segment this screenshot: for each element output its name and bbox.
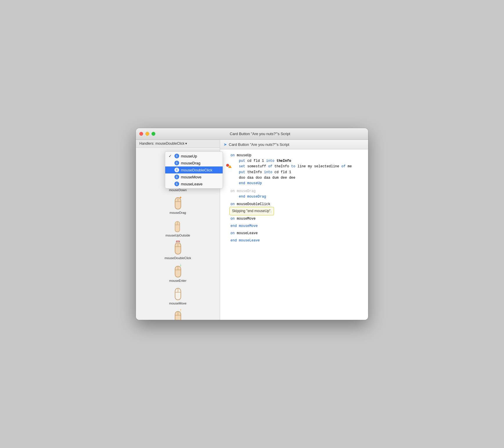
code-text-ondouble: on mouseDoubleClick (231, 202, 363, 207)
kw-put: put (239, 159, 245, 163)
code-content[interactable]: on mouseUp put cd fld 1 into theInfo (220, 149, 368, 320)
code-text-onmove: on mouseMove (231, 216, 363, 222)
svg-text:✦: ✦ (179, 196, 182, 200)
skip-tooltip: Skipping "end mouseUp". (229, 207, 274, 215)
mousedrag-icon: ✦ (170, 195, 186, 211)
code-theinfo-ref: theInfo (274, 164, 291, 169)
svg-text:↑: ↑ (180, 308, 182, 312)
c-badge-mousemove: C (174, 175, 179, 179)
check-mark-mouseup: ✓ (169, 154, 173, 158)
sidebar-item-mousemove[interactable]: mouseMove (136, 284, 220, 306)
dropdown-item-mousemove[interactable]: C mouseMove (165, 173, 223, 180)
code-text-3: set somestuff of theInfo to line my sele… (231, 164, 363, 169)
window-title: Card Button "Are you nuts?"'s Script (155, 132, 365, 136)
code-text-mousedrag: on mouseDrag (231, 189, 363, 194)
code-text-6: end mouseUp (231, 181, 363, 186)
sidebar-item-mousedrag[interactable]: ✦ mouseDrag (136, 193, 220, 216)
dropdown-label-mousemove: mouseMove (181, 175, 201, 179)
code-line-2: put cd fld 1 into theInfo (225, 158, 363, 164)
sidebar-item-mouseenter[interactable]: ↓ mouseEnter (136, 261, 220, 284)
code-line-ref: line my selectedline (297, 164, 341, 169)
code-line-spacer1 (225, 186, 363, 189)
sidebar-item-mouseleave[interactable]: ↑ mouseLeave (136, 306, 220, 320)
dropdown-item-mousedoubleclick[interactable]: C mouseDoubleClick (165, 166, 223, 173)
c-badge-doubleclick: C (174, 168, 179, 172)
mouseupoutside-label: mouseUpOutside (165, 234, 190, 237)
code-doo: doo daa doo daa dum dee dee (239, 176, 295, 180)
code-text-end-mousedrag: end mouseDrag (231, 194, 363, 200)
code-line-1: on mouseUp (225, 153, 363, 158)
kw-of2: of (341, 164, 345, 169)
kw-on-leave: on (231, 231, 235, 235)
sidebar-item-mouseupoutside[interactable]: mouseUpOutside (136, 216, 220, 238)
mouseupoutside-icon-wrapper (170, 218, 186, 233)
code-line-5: doo daa doo daa dum dee dee (225, 175, 363, 181)
chevron-down-icon: ▾ (185, 141, 187, 146)
dropdown-menu[interactable]: ✓ C mouseUp C mouseDrag C mouseDoubleCli… (165, 151, 223, 189)
code-line-6: end mouseUp (225, 181, 363, 186)
handler-name-leave: mouseLeave (237, 231, 258, 235)
code-line-3: set somestuff of theInfo to line my sele… (225, 164, 363, 169)
keyword-on: on (231, 153, 235, 157)
code-var-theinfo: theInfo (276, 159, 291, 163)
traffic-lights (139, 132, 155, 136)
mouseleave-icon-wrapper: ↑ (170, 309, 186, 320)
code-theinfo2: theInfo (247, 170, 264, 174)
mouseenter-icon: ↓ (170, 263, 186, 279)
code-text-onleave: on mouseLeave (231, 231, 363, 236)
dropdown-item-mouseleave[interactable]: C mouseLeave (165, 180, 223, 187)
maximize-button[interactable] (152, 132, 155, 136)
kw-end-mouseup: end mouseUp (239, 181, 262, 185)
mouseenter-label: mouseEnter (169, 279, 186, 282)
handler-name-double: mouseDoubleClick (237, 202, 270, 206)
code-header-arrow: ➤ (224, 142, 227, 147)
mousemove-label: mouseMove (169, 302, 187, 305)
close-button[interactable] (139, 132, 143, 136)
main-window: Card Button "Are you nuts?"'s Script Han… (136, 128, 368, 320)
code-line-end-mousedrag: end mouseDrag (225, 194, 363, 200)
svg-text:↓: ↓ (180, 263, 182, 267)
kw-of: of (268, 164, 272, 169)
dropdown-label-mouseup: mouseUp (181, 154, 197, 158)
warning-triangle-icon (228, 165, 232, 168)
code-text-2: put cd fld 1 into theInfo (231, 158, 363, 164)
dropdown-label-doubleclick: mouseDoubleClick (181, 168, 212, 172)
mousedrag-icon-wrapper: ✦ (170, 195, 186, 210)
code-text-5: doo daa doo daa dum dee dee (231, 175, 363, 181)
title-bar: Card Button "Are you nuts?"'s Script (136, 128, 368, 140)
code-line-endmove: end mouseMove (225, 223, 363, 229)
kw-end-leave: end mouseLeave (231, 239, 260, 243)
code-text-4: put theInfo into cd fld 1 (231, 170, 363, 175)
handlers-label: Handlers: (139, 141, 154, 146)
sidebar-item-mousedoubleclick[interactable]: mouseDoubleClick (136, 238, 220, 261)
c-badge-mouseup: C (174, 154, 179, 158)
minimize-button[interactable] (145, 132, 149, 136)
code-line-ondouble: on mouseDoubleClick (225, 202, 363, 207)
code-line-onleave: on mouseLeave (225, 231, 363, 236)
code-line-onmove: on mouseMove (225, 216, 363, 222)
code-text-endmove: end mouseMove (231, 223, 363, 229)
code-text-1: on mouseUp (231, 153, 363, 158)
mousemove-icon-wrapper (170, 286, 186, 301)
mousedoubleclick-label: mouseDoubleClick (165, 256, 191, 260)
tooltip-text: Skipping "end mouseUp". (232, 209, 271, 213)
mousedrag-label: mouseDrag (170, 211, 186, 214)
code-me: me (348, 164, 352, 169)
kw-end-mousedrag: end mouseDrag (239, 195, 266, 199)
code-line-endleave: end mouseLeave (225, 238, 363, 243)
code-area: ➤ Card Button "Are you nuts?"'s Script o… (220, 140, 368, 320)
kw-on-move: on (231, 217, 235, 221)
kw-end-move: end mouseMove (231, 224, 258, 228)
handlers-dropdown[interactable]: mouseDoubleClick ▾ (155, 141, 187, 146)
kw-set: set (239, 164, 245, 169)
code-line-mousedrag-on: on mouseDrag (225, 189, 363, 194)
code-somestuff: somestuff (247, 164, 268, 169)
dropdown-item-mousedrag[interactable]: C mouseDrag (165, 160, 223, 166)
dropdown-item-mouseup[interactable]: ✓ C mouseUp (165, 153, 223, 160)
kw-put2: put (239, 170, 245, 174)
dropdown-current-value: mouseDoubleClick (155, 141, 184, 146)
kw-into2: into (264, 170, 272, 174)
c-badge-mouseleave: C (174, 182, 179, 186)
handler-name-move: mouseMove (237, 217, 256, 221)
kw-to: to (291, 164, 295, 169)
